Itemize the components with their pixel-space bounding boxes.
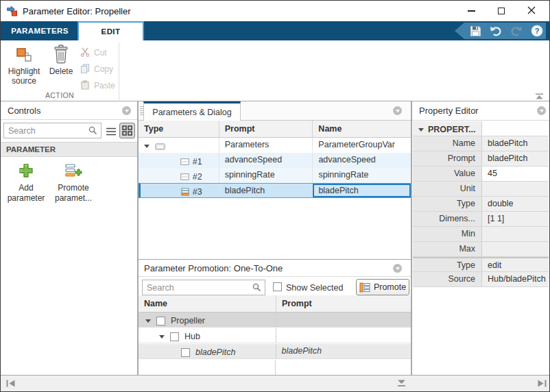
maximize-button[interactable] <box>486 1 516 21</box>
property-row-type[interactable]: Type double <box>413 197 549 212</box>
field-icon <box>180 173 189 180</box>
copy-button[interactable]: Copy <box>80 62 113 76</box>
type-cell: #2 <box>139 168 219 183</box>
redo-button[interactable] <box>510 24 523 38</box>
property-value[interactable] <box>482 242 549 256</box>
property-row-name[interactable]: Name bladePitch <box>413 136 549 151</box>
show-selected-checkbox[interactable] <box>273 282 282 291</box>
property-editor-title: Property Editor <box>419 106 479 116</box>
table-row-1[interactable]: #1 advanceSpeed advanceSpeed <box>139 153 411 168</box>
highlight-source-button[interactable]: Highlight source <box>2 43 46 86</box>
name-cell: ParameterGroupVar <box>313 138 411 153</box>
trash-icon <box>45 43 77 64</box>
group-label-cell: PROPERT... <box>413 121 482 136</box>
panel-menu-icon[interactable] <box>393 106 402 115</box>
expander-icon[interactable] <box>418 128 424 132</box>
property-value[interactable]: bladePitch <box>482 151 549 166</box>
scroll-bottom-button[interactable] <box>397 380 406 389</box>
property-row-dimensions[interactable]: Dimens... [1 1] <box>413 212 549 227</box>
property-table: PROPERT... Name bladePitch Prompt bladeP… <box>413 121 549 287</box>
help-button[interactable]: ? <box>530 24 544 38</box>
name-cell-editing[interactable]: bladePitch <box>313 184 411 197</box>
property-value[interactable]: edit <box>482 258 549 271</box>
property-value[interactable] <box>482 182 549 196</box>
property-value[interactable]: 45 <box>482 167 549 181</box>
checkbox[interactable] <box>170 332 179 341</box>
paste-icon <box>80 80 90 92</box>
paste-button[interactable]: Paste <box>80 79 115 93</box>
panel-menu-icon[interactable] <box>537 106 546 115</box>
collapse-right-icon <box>537 380 547 387</box>
checkbox[interactable] <box>156 317 165 326</box>
expander-icon[interactable] <box>159 335 165 339</box>
promote-button-label: Promote <box>374 282 406 292</box>
titlebar: Parameter Editor: Propeller <box>1 1 549 21</box>
controls-search-input[interactable] <box>3 123 101 138</box>
quick-access-toolbar: ? <box>455 23 546 39</box>
cut-button[interactable]: Cut <box>80 46 107 60</box>
property-row-unit[interactable]: Unit <box>413 182 549 197</box>
prompt-cell: bladePitch <box>276 344 411 358</box>
promotion-search-input[interactable] <box>142 280 265 295</box>
group-label: PROPERT... <box>428 125 475 134</box>
collapse-left-button[interactable] <box>6 380 16 389</box>
grid-view-icon <box>122 125 132 136</box>
save-button[interactable] <box>468 24 482 38</box>
property-value[interactable] <box>482 227 549 241</box>
property-row-prompt[interactable]: Prompt bladePitch <box>413 151 549 167</box>
tab-parameters-dialog[interactable]: Parameters & Dialog <box>143 101 241 121</box>
promotion-header-border <box>139 276 411 277</box>
field-icon <box>180 158 189 165</box>
promote-button[interactable]: Promote <box>356 279 409 295</box>
add-parameter-button[interactable]: Add parameter <box>5 161 47 204</box>
table-row-3-selected[interactable]: #3 bladePitch bladePitch <box>139 183 411 198</box>
tab-parameters[interactable]: PARAMETERS <box>6 21 73 40</box>
table-row-group[interactable]: Parameters ParameterGroupVar <box>139 138 411 153</box>
prompt-cell: advanceSpeed <box>219 153 313 168</box>
panel-menu-icon[interactable] <box>393 264 402 273</box>
delete-button[interactable]: Delete <box>45 43 77 76</box>
property-row-value[interactable]: Value 45 <box>413 167 549 182</box>
prompt-cell: spinningRate <box>219 168 313 183</box>
minimize-icon <box>468 10 475 12</box>
table-row-2[interactable]: #2 spinningRate spinningRate <box>139 168 411 183</box>
property-row-min[interactable]: Min <box>413 227 549 242</box>
controls-panel-title: Controls <box>8 106 40 116</box>
promote-parameter-label-1: Promote <box>50 183 97 193</box>
column-header-name[interactable]: Name <box>139 295 276 312</box>
type-cell: #3 <box>141 184 219 197</box>
undo-button[interactable] <box>489 24 503 38</box>
checkbox[interactable] <box>181 348 190 357</box>
expander-icon[interactable] <box>145 319 151 323</box>
combo-icon <box>181 188 189 196</box>
panel-menu-icon[interactable] <box>122 106 131 115</box>
property-row-source[interactable]: Source Hub/bladePitch <box>413 272 549 287</box>
column-header-name[interactable]: Name <box>313 121 411 137</box>
cut-label: Cut <box>94 48 107 58</box>
window-controls <box>456 1 547 21</box>
tab-edit[interactable]: EDIT <box>77 21 144 40</box>
grid-view-button[interactable] <box>119 123 135 138</box>
property-row-type2[interactable]: Type edit <box>413 257 549 272</box>
minimize-button[interactable] <box>456 1 486 21</box>
tree-row-propeller[interactable]: Propeller <box>139 313 411 328</box>
property-value[interactable]: bladePitch <box>482 136 549 151</box>
promote-parameter-button[interactable]: Promote paramet... <box>50 161 97 204</box>
column-header-prompt[interactable]: Prompt <box>276 295 411 312</box>
name-cell: advanceSpeed <box>313 153 411 168</box>
tree-row-bladepitch[interactable]: bladePitch bladePitch <box>139 344 411 359</box>
property-group-row[interactable]: PROPERT... <box>413 121 549 136</box>
controls-header-border <box>1 119 137 120</box>
expander-icon[interactable] <box>144 145 150 148</box>
property-value[interactable]: double <box>482 197 549 211</box>
column-header-type[interactable]: Type <box>139 121 219 137</box>
column-header-prompt[interactable]: Prompt <box>219 121 313 137</box>
property-value[interactable]: Hub/bladePitch <box>482 272 549 286</box>
property-row-max[interactable]: Max <box>413 242 549 257</box>
tree-row-hub[interactable]: Hub <box>139 328 411 343</box>
collapse-ribbon-button[interactable] <box>535 92 544 101</box>
close-button[interactable] <box>516 1 547 21</box>
property-value[interactable]: [1 1] <box>482 212 549 226</box>
collapse-right-button[interactable] <box>537 380 547 389</box>
list-view-button[interactable] <box>104 125 118 138</box>
